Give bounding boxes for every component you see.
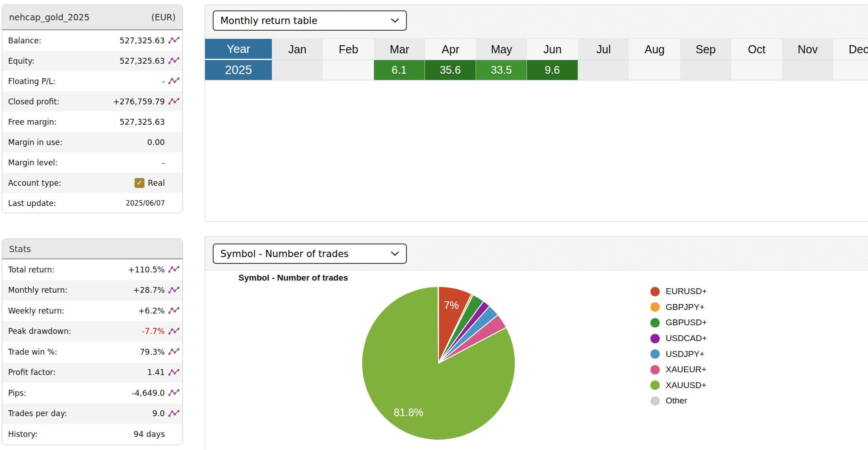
stats-rows: Total return:+110.5%Monthly return:+28.7…: [2, 259, 182, 445]
stat-row: Last update:2025/06/07: [2, 193, 182, 213]
legend-label: EURUSD+: [666, 286, 707, 296]
stat-value: 2025/06/07: [126, 199, 165, 207]
legend-label: GBPJPY+: [666, 302, 705, 312]
legend-label: USDCAD+: [666, 333, 707, 343]
stat-label: Peak drawdown:: [8, 327, 71, 336]
legend-dot-icon: [650, 318, 660, 328]
stats-title: Stats: [9, 244, 31, 254]
stat-row: Pips:-4,649.0: [2, 383, 182, 403]
table-cell-return: 9.6: [527, 60, 578, 80]
legend-label: Other: [666, 396, 687, 406]
icon-slot: [165, 77, 179, 85]
table-cell-empty: [731, 60, 782, 80]
pie-chart-title: Symbol - Number of trades: [238, 273, 348, 283]
table-header-month: Jul: [578, 39, 629, 60]
chevron-down-icon: [391, 18, 399, 23]
stat-label: History:: [8, 430, 37, 439]
stat-row: Profit factor:1.41: [2, 362, 182, 383]
legend-dot-icon: [650, 334, 660, 343]
real-account-checkbox-icon: ✓: [135, 178, 145, 188]
stat-label: Equity:: [8, 56, 34, 66]
mini-chart-icon[interactable]: [168, 307, 179, 314]
table-header-year: Year: [205, 39, 272, 60]
account-currency: (EUR): [151, 12, 176, 22]
table-header-month: Aug: [629, 39, 680, 60]
icon-slot: [165, 348, 179, 356]
mini-chart-icon[interactable]: [168, 37, 179, 44]
stat-row: Balance:527,325.63: [2, 30, 182, 51]
icon-slot: [165, 369, 179, 376]
table-header-month: Sep: [680, 39, 731, 60]
table-cell-return: 35.6: [425, 60, 476, 80]
mini-chart-icon[interactable]: [168, 98, 179, 105]
mini-chart-icon[interactable]: [168, 77, 179, 85]
symbol-widget-select-value: Symbol - Number of trades: [220, 248, 349, 259]
table-header-month: May: [476, 39, 527, 60]
icon-slot: [165, 389, 179, 397]
stat-label: Floating P/L:: [8, 77, 56, 86]
stat-value: 527,325.63: [120, 56, 165, 66]
stat-value: ✓Real: [135, 178, 165, 188]
mini-chart-icon[interactable]: [168, 389, 179, 397]
stat-row: Account type:✓Real: [2, 173, 182, 193]
stat-row: Trade win %:79.3%: [2, 342, 182, 362]
mini-chart-icon[interactable]: [168, 57, 179, 65]
account-name: nehcap_gold_2025: [9, 12, 89, 22]
stat-label: Trades per day:: [8, 409, 67, 418]
stat-label: Weekly return:: [8, 306, 64, 315]
account-summary-panel: nehcap_gold_2025 (EUR) Balance:527,325.6…: [2, 5, 183, 213]
table-cell-return: 33.5: [476, 60, 527, 80]
legend-item-gbpusd: GBPUSD+: [650, 315, 707, 331]
legend-dot-icon: [650, 302, 660, 312]
stat-value: +110.5%: [128, 265, 165, 274]
legend-item-eurusd: EURUSD+: [650, 284, 707, 300]
pie-slice-label: 7%: [444, 300, 459, 311]
stat-row: Closed profit:+276,759.79: [2, 91, 182, 112]
stat-value: +6.2%: [138, 306, 165, 315]
monthly-return-table: YearJanFebMarAprMayJunJulAugSepOctNovDec…: [205, 39, 868, 80]
stat-label: Closed profit:: [8, 97, 59, 106]
stat-row: Monthly return:+28.7%: [2, 280, 182, 301]
stat-label: Margin in use:: [8, 138, 62, 147]
table-header-month: Nov: [782, 39, 833, 60]
stat-value: 1.41: [147, 368, 165, 377]
stat-value: 94 days: [134, 430, 165, 439]
table-cell-empty: [323, 60, 374, 80]
icon-slot: [165, 98, 179, 105]
pie-slice-label: 81.8%: [394, 407, 423, 418]
table-cell-empty: [578, 60, 629, 80]
table-cell-return: 6.1: [374, 60, 425, 80]
mini-chart-icon[interactable]: [168, 328, 179, 335]
legend-item-other: Other: [650, 393, 707, 409]
legend-item-usdcad: USDCAD+: [650, 331, 707, 347]
stat-value: 79.3%: [140, 347, 165, 356]
table-header-month: Apr: [425, 39, 476, 60]
stat-value: -: [162, 158, 165, 167]
legend-label: XAUEUR+: [666, 365, 706, 375]
monthly-widget-select-value: Monthly return table: [220, 15, 317, 26]
legend-dot-icon: [650, 287, 660, 296]
legend-label: XAUUSD+: [666, 380, 706, 390]
stat-value: 9.0: [152, 409, 165, 418]
stat-row: Weekly return:+6.2%: [2, 300, 182, 321]
icon-slot: [165, 37, 179, 44]
mini-chart-icon[interactable]: [168, 266, 179, 273]
table-cell-empty: [629, 60, 680, 80]
stat-value: +276,759.79: [113, 97, 165, 106]
mini-chart-icon[interactable]: [168, 369, 179, 376]
symbol-pie-chart: 7%81.8%: [339, 264, 538, 450]
stat-value: 0.00: [147, 138, 165, 147]
legend-dot-icon: [650, 396, 660, 406]
table-cell-year: 2025: [205, 60, 272, 80]
mini-chart-icon[interactable]: [168, 348, 179, 356]
stats-panel: Stats Total return:+110.5%Monthly return…: [2, 239, 183, 445]
mini-chart-icon[interactable]: [168, 286, 179, 294]
mini-chart-icon[interactable]: [168, 410, 179, 417]
table-header-month: Oct: [731, 39, 782, 60]
stat-row: Margin level:-: [2, 152, 182, 173]
monthly-widget-select[interactable]: Monthly return table: [213, 10, 407, 31]
table-row: 20256.135.633.59.6: [205, 60, 868, 80]
legend-item-xauusd: XAUUSD+: [650, 378, 707, 394]
icon-slot: [165, 410, 179, 417]
symbol-widget-select[interactable]: Symbol - Number of trades: [213, 244, 407, 264]
